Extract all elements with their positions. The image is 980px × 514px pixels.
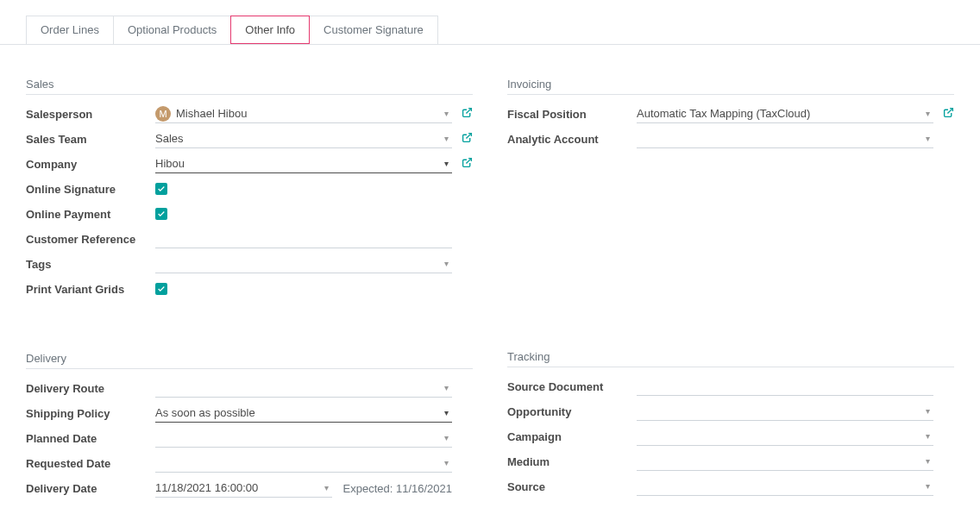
fiscal-position-external-link-icon[interactable] — [943, 107, 954, 121]
svg-line-2 — [466, 159, 471, 164]
print-variant-grids-checkbox[interactable] — [155, 283, 167, 295]
requested-date-input[interactable]: ▾ — [155, 454, 452, 473]
online-payment-checkbox[interactable] — [155, 208, 167, 220]
caret-down-icon: ▾ — [444, 458, 452, 467]
salesperson-input[interactable]: M Mishael Hibou ▾ — [155, 104, 452, 123]
caret-down-icon: ▾ — [444, 383, 452, 392]
tab-optional-products[interactable]: Optional Products — [113, 16, 231, 44]
shipping-policy-input[interactable]: As soon as possible ▾ — [155, 404, 452, 423]
source-input[interactable]: ▾ — [637, 477, 933, 496]
company-input[interactable]: Hibou ▾ — [155, 154, 452, 173]
campaign-label: Campaign — [507, 430, 637, 443]
company-label: Company — [26, 158, 155, 171]
planned-date-input[interactable]: ▾ — [155, 429, 452, 448]
print-variant-grids-label: Print Variant Grids — [26, 283, 155, 296]
svg-line-0 — [466, 109, 471, 114]
tab-customer-signature[interactable]: Customer Signature — [309, 16, 438, 44]
svg-line-1 — [466, 134, 471, 139]
requested-date-label: Requested Date — [26, 457, 155, 470]
analytic-account-input[interactable]: ▾ — [637, 129, 933, 148]
salesperson-avatar: M — [155, 106, 171, 122]
source-label: Source — [507, 480, 637, 493]
sales-team-external-link-icon[interactable] — [462, 132, 473, 146]
caret-down-icon: ▾ — [324, 483, 332, 492]
source-document-label: Source Document — [507, 380, 637, 393]
delivery-route-label: Delivery Route — [26, 382, 155, 395]
caret-down-icon: ▾ — [444, 109, 452, 118]
medium-label: Medium — [507, 455, 637, 468]
caret-down-icon: ▾ — [926, 431, 933, 441]
caret-down-icon: ▾ — [926, 481, 933, 491]
tab-other-info[interactable]: Other Info — [230, 16, 310, 44]
customer-reference-label: Customer Reference — [26, 233, 155, 246]
delivery-date-value: 11/18/2021 16:00:00 — [155, 480, 258, 496]
svg-line-3 — [947, 109, 952, 114]
tracking-section-title: Tracking — [507, 350, 954, 367]
source-document-input[interactable] — [637, 377, 933, 396]
analytic-account-label: Analytic Account — [507, 133, 637, 146]
sales-section-title: Sales — [26, 78, 473, 95]
delivery-date-expected: Expected: 11/16/2021 — [335, 482, 453, 495]
fiscal-position-value: Automatic Tax Mapping (TaxCloud) — [637, 105, 810, 122]
online-payment-label: Online Payment — [26, 208, 155, 221]
caret-down-icon: ▾ — [444, 433, 452, 442]
caret-down-icon: ▾ — [926, 134, 933, 143]
delivery-date-input[interactable]: 11/18/2021 16:00:00 ▾ — [155, 479, 332, 498]
tags-label: Tags — [26, 258, 155, 271]
caret-down-icon: ▾ — [926, 456, 933, 466]
opportunity-input[interactable]: ▾ — [637, 402, 933, 421]
delivery-date-label: Delivery Date — [26, 482, 155, 495]
online-signature-checkbox[interactable] — [155, 183, 167, 195]
salesperson-label: Salesperson — [26, 108, 155, 121]
caret-down-icon: ▾ — [444, 259, 452, 268]
fiscal-position-input[interactable]: Automatic Tax Mapping (TaxCloud) ▾ — [637, 104, 933, 123]
sales-team-input[interactable]: Sales ▾ — [155, 129, 452, 148]
delivery-route-input[interactable]: ▾ — [155, 379, 452, 398]
company-external-link-icon[interactable] — [462, 157, 473, 171]
caret-down-icon: ▾ — [444, 408, 452, 417]
shipping-policy-label: Shipping Policy — [26, 407, 155, 420]
caret-down-icon: ▾ — [926, 109, 933, 118]
caret-down-icon: ▾ — [444, 134, 452, 143]
campaign-input[interactable]: ▾ — [637, 427, 933, 446]
medium-input[interactable]: ▾ — [637, 452, 933, 471]
sales-team-value: Sales — [155, 130, 184, 147]
tags-input[interactable]: ▾ — [155, 254, 452, 273]
opportunity-label: Opportunity — [507, 405, 637, 418]
shipping-policy-value: As soon as possible — [155, 404, 255, 421]
caret-down-icon: ▾ — [444, 159, 452, 168]
online-signature-label: Online Signature — [26, 183, 155, 196]
salesperson-external-link-icon[interactable] — [462, 107, 473, 121]
caret-down-icon: ▾ — [926, 406, 933, 416]
tab-bar: Order Lines Optional Products Other Info… — [0, 0, 980, 45]
delivery-section-title: Delivery — [26, 352, 473, 369]
salesperson-value: Mishael Hibou — [176, 105, 247, 122]
customer-reference-input[interactable] — [155, 229, 452, 248]
invoicing-section-title: Invoicing — [507, 78, 954, 95]
tab-order-lines[interactable]: Order Lines — [26, 16, 114, 44]
company-value: Hibou — [155, 155, 185, 172]
planned-date-label: Planned Date — [26, 432, 155, 445]
fiscal-position-label: Fiscal Position — [507, 108, 637, 121]
sales-team-label: Sales Team — [26, 133, 155, 146]
